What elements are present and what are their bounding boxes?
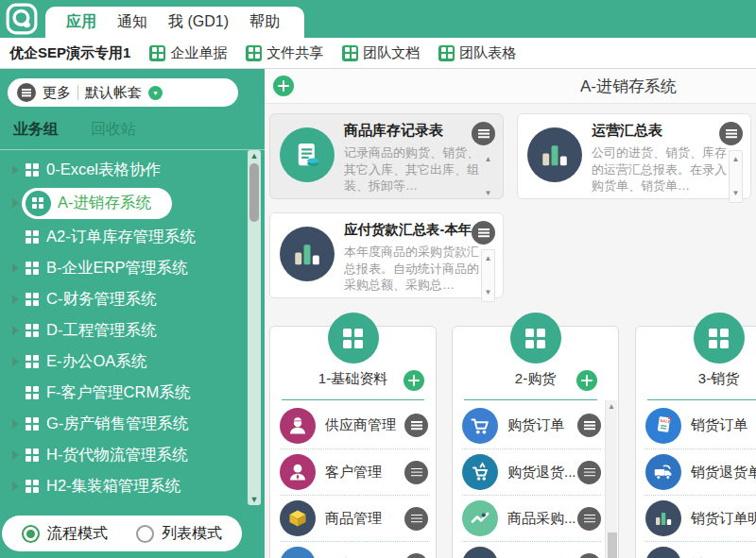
item-menu-icon[interactable] (404, 461, 428, 484)
sidebar-item-g-realestate[interactable]: G-房产销售管理系统 (0, 408, 244, 439)
scroll-down-icon[interactable]: ▼ (732, 190, 740, 197)
item-menu-icon[interactable] (404, 553, 428, 558)
scroll-down-icon[interactable]: ▼ (248, 495, 261, 504)
category-title: 1-基础资料 (318, 370, 387, 386)
sidebar-item-d-engineering[interactable]: D-工程管理系统 (0, 314, 244, 346)
sidebar-item-c-finance[interactable]: C-财务管理系统 (0, 283, 244, 314)
item-label: 商品采购... (507, 510, 577, 528)
chevron-right-icon[interactable] (12, 482, 19, 491)
menu-item-help[interactable]: 帮助 (249, 12, 280, 32)
tab-business-groups[interactable]: 业务组 (13, 120, 59, 140)
scrollbar-thumb[interactable] (249, 163, 259, 222)
scroll-up-icon[interactable]: ▲ (248, 151, 261, 161)
sidebar-scrollbar[interactable]: ▲ ▼ (248, 150, 261, 505)
mode-list-radio[interactable]: 列表模式 (136, 524, 222, 544)
scrollbar-thumb[interactable] (608, 533, 617, 558)
chevron-right-icon[interactable] (12, 263, 19, 273)
tab-file-share[interactable]: 文件共享 (246, 44, 323, 62)
supplier-person-icon (280, 408, 316, 444)
card-menu-icon[interactable] (719, 122, 743, 145)
chevron-right-icon[interactable] (12, 357, 19, 366)
menu-item-apps[interactable]: 应用 (66, 12, 96, 32)
sidebar-item-i-advertising[interactable]: I-广告公司管理系统 (0, 501, 244, 509)
item-menu-icon[interactable] (577, 553, 601, 558)
more-label[interactable]: 更多 (43, 84, 71, 102)
mode-label: 列表模式 (162, 524, 222, 544)
account-select[interactable]: 默认帐套 (85, 84, 142, 102)
chevron-right-icon[interactable] (12, 295, 19, 304)
chevron-right-icon[interactable] (12, 419, 19, 429)
scroll-up-icon[interactable]: ▲ (485, 255, 492, 262)
sidebar-item-a-inventory[interactable]: A-进销存系统 (0, 185, 244, 221)
report-card-operations-summary[interactable]: 运营汇总表 公司的进货、销货、库存的运营汇总报表。在录入购货单、销货单… ▲▼ (517, 113, 751, 199)
sidebar-item-e-oa[interactable]: E-办公OA系统 (0, 346, 244, 377)
list-item-purchase-return[interactable]: 购货退货... (462, 448, 601, 495)
divider (77, 85, 78, 100)
scroll-up-icon[interactable]: ▲ (485, 156, 492, 163)
scroll-down-icon[interactable]: ▼ (485, 289, 492, 296)
sidebar-item-0-excel[interactable]: 0-Excel表格协作 (0, 154, 244, 185)
grid-icon (246, 45, 262, 61)
list-item-customer-mgmt[interactable]: 客户管理 (280, 448, 428, 495)
tab-team-docs[interactable]: 团队文档 (342, 44, 420, 62)
mode-flow-radio[interactable]: 流程模式 (22, 524, 108, 544)
desc-scroll-arrows: ▲▼ (729, 150, 743, 203)
radio-selected-icon[interactable] (22, 525, 40, 543)
scroll-up-icon[interactable]: ▲ (606, 402, 617, 411)
app-window: 应用 通知 我 (GD1) 帮助 优企SEP演示专用1 企业单据 文件共享 团队… (0, 0, 756, 558)
list-item-warehouse-mgmt[interactable]: 仓库管理 (280, 541, 428, 558)
sidebar-item-a2-order-stock[interactable]: A2-订单库存管理系统 (0, 221, 244, 252)
list-item-sales-summary[interactable]: 销货汇总... (645, 541, 756, 558)
add-item-button[interactable] (404, 370, 424, 391)
chevron-down-icon[interactable]: ▼ (148, 86, 163, 100)
menu-item-notifications[interactable]: 通知 (117, 12, 147, 32)
chevron-right-icon[interactable] (12, 198, 19, 208)
report-card-inventory-record[interactable]: 商品库存记录表 记录商品的购货、销货、其它入库、其它出库、组装、拆卸等… ▲▼ (269, 113, 504, 199)
more-menu-icon[interactable] (17, 83, 36, 102)
item-menu-icon[interactable] (577, 414, 601, 437)
item-menu-icon[interactable] (404, 507, 428, 531)
grid-icon (26, 293, 39, 306)
sidebar-item-h-freight[interactable]: H-货代物流管理系统 (0, 439, 244, 470)
list-item-sales-order[interactable]: SALE 销货订单 (645, 402, 756, 448)
list-item-purchase-order[interactable]: 购货订单 (462, 402, 601, 448)
add-app-button[interactable] (273, 76, 294, 96)
app-logo-icon[interactable] (6, 3, 38, 35)
sidebar-item-b-erp[interactable]: B-企业ERP管理系统 (0, 252, 244, 283)
grid-icon (26, 191, 51, 216)
category-grid-icon[interactable] (694, 313, 745, 364)
group-label: G-房产销售管理系统 (46, 414, 188, 434)
sidebar-item-h2-container[interactable]: H2-集装箱管理系统 (0, 470, 244, 501)
scroll-down-icon[interactable]: ▼ (485, 190, 492, 197)
report-card-payables-summary[interactable]: 应付货款汇总表-本年 本年度商品的采购货款汇总报表。自动统计商品的采购总额、采购… (269, 212, 504, 298)
tab-enterprise-docs[interactable]: 企业单据 (149, 44, 227, 62)
add-item-button[interactable] (576, 370, 597, 391)
card-title: 运营汇总表 (592, 122, 662, 138)
list-item-product-mgmt[interactable]: 商品管理 (280, 495, 428, 541)
category-grid-icon[interactable] (328, 313, 379, 364)
chevron-right-icon[interactable] (12, 326, 19, 335)
item-menu-icon[interactable] (577, 461, 601, 484)
column-scrollbar[interactable]: ▲ (605, 400, 617, 558)
scroll-up-icon[interactable]: ▲ (732, 156, 740, 163)
tab-recycle-bin[interactable]: 回收站 (91, 120, 136, 140)
radio-unselected-icon[interactable] (136, 525, 154, 543)
group-label: B-企业ERP管理系统 (46, 258, 187, 279)
grid-icon (26, 163, 39, 177)
list-item-product-purchase-report[interactable]: 商品采购... (462, 495, 601, 541)
item-menu-icon[interactable] (577, 507, 601, 531)
chevron-right-icon[interactable] (12, 450, 19, 460)
list-item-purchase-summary[interactable]: 购货汇总... (462, 541, 601, 558)
item-label: 销货退货单 (691, 464, 756, 482)
tab-team-sheets[interactable]: 团队表格 (438, 44, 516, 62)
card-menu-icon[interactable] (472, 122, 495, 145)
category-grid-icon[interactable] (510, 313, 561, 364)
list-item-supplier-mgmt[interactable]: 供应商管理 (280, 402, 428, 448)
sidebar-item-f-crm[interactable]: F-客户管理CRM系统 (0, 377, 244, 408)
card-menu-icon[interactable] (472, 221, 495, 245)
item-menu-icon[interactable] (404, 414, 428, 437)
menu-item-me[interactable]: 我 (GD1) (168, 12, 229, 32)
list-item-sales-order-detail[interactable]: 销货订单明... (645, 495, 756, 541)
chevron-right-icon[interactable] (12, 165, 19, 175)
list-item-sales-return[interactable]: 销货退货单 (645, 448, 756, 495)
